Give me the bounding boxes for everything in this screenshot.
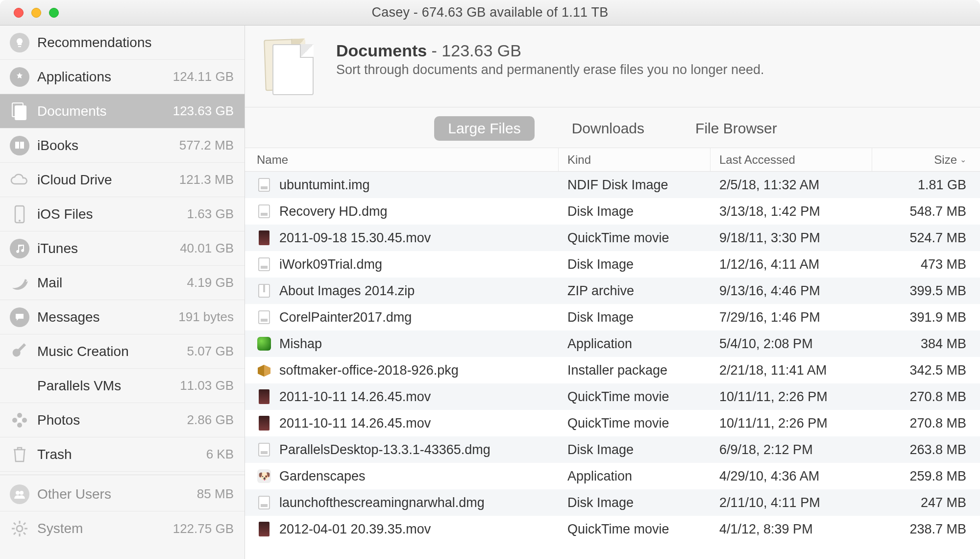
file-last-accessed: 10/11/11, 2:26 PM: [710, 389, 872, 405]
svg-rect-25: [261, 266, 268, 269]
file-icon: [257, 335, 271, 352]
sidebar-item-documents[interactable]: Documents 123.63 GB: [0, 94, 245, 128]
file-size: 391.9 MB: [872, 310, 980, 325]
trash-icon: [9, 444, 30, 465]
column-header-size[interactable]: Size⌄: [872, 148, 980, 171]
section-header: Documents - 123.63 GB Sort through docum…: [245, 25, 980, 107]
tab-file-browser[interactable]: File Browser: [682, 116, 791, 141]
music-icon: [9, 238, 30, 259]
svg-point-8: [18, 418, 22, 422]
table-row[interactable]: ubuntumint.img NDIF Disk Image 2/5/18, 1…: [245, 172, 980, 198]
section-subtitle: Sort through documents and permanently e…: [336, 62, 764, 77]
sidebar-item-itunes[interactable]: iTunes 40.01 GB: [0, 231, 245, 266]
file-icon: [257, 256, 271, 273]
sidebar-item-system[interactable]: System 122.75 GB: [0, 511, 245, 546]
table-row[interactable]: iWork09Trial.dmg Disk Image 1/12/16, 4:1…: [245, 251, 980, 278]
svg-rect-29: [261, 319, 268, 322]
sidebar-item-size: 2.86 GB: [187, 412, 234, 428]
sidebar-item-label: Trash: [37, 447, 199, 462]
sidebar-item-size: 124.11 GB: [173, 69, 234, 84]
column-header-last-accessed[interactable]: Last Accessed: [710, 148, 872, 171]
sidebar-item-other-users[interactable]: Other Users 85 MB: [0, 477, 245, 511]
column-header-name[interactable]: Name: [245, 148, 559, 171]
table-row[interactable]: 2011-10-11 14.26.45.mov QuickTime movie …: [245, 383, 980, 410]
none-icon: [9, 375, 30, 397]
svg-rect-23: [261, 213, 268, 216]
sidebar-item-label: Documents: [37, 103, 166, 119]
file-icon: [257, 441, 271, 458]
window-titlebar: Casey - 674.63 GB available of 1.11 TB: [0, 0, 980, 25]
file-last-accessed: 2/5/18, 11:32 AM: [710, 178, 872, 193]
svg-point-11: [17, 526, 23, 532]
file-kind: Disk Image: [559, 257, 710, 272]
sidebar-item-size: 121.3 MB: [179, 172, 234, 187]
sidebar-item-recommendations[interactable]: Recommendations: [0, 25, 245, 60]
file-kind: ZIP archive: [559, 283, 710, 299]
svg-rect-31: [261, 451, 268, 454]
file-kind: Disk Image: [559, 442, 710, 457]
tabs: Large FilesDownloadsFile Browser: [245, 107, 980, 148]
sidebar-item-mail[interactable]: Mail 4.19 GB: [0, 266, 245, 300]
guitar-icon: [9, 341, 30, 362]
sort-caret-icon: ⌄: [960, 155, 966, 164]
sidebar-item-label: Mail: [37, 275, 180, 291]
users-icon: [9, 483, 30, 505]
table-row[interactable]: Mishap Application 5/4/10, 2:08 PM 384 M…: [245, 330, 980, 357]
table-row[interactable]: ParallelsDesktop-13.3.1-43365.dmg Disk I…: [245, 436, 980, 463]
sidebar-item-label: Parallels VMs: [37, 378, 173, 394]
column-header-kind[interactable]: Kind: [559, 148, 710, 171]
file-size: 399.5 MB: [872, 283, 980, 299]
svg-rect-27: [263, 284, 265, 292]
sidebar-item-messages[interactable]: Messages 191 bytes: [0, 300, 245, 334]
file-size: 270.8 MB: [872, 416, 980, 431]
table-row[interactable]: 2011-09-18 15.30.45.mov QuickTime movie …: [245, 225, 980, 251]
sidebar-item-label: Photos: [37, 412, 180, 428]
file-kind: Installer package: [559, 363, 710, 378]
table-body: ubuntumint.img NDIF Disk Image 2/5/18, 1…: [245, 172, 980, 559]
sidebar-item-trash[interactable]: Trash 6 KB: [0, 437, 245, 472]
sidebar-item-applications[interactable]: Applications 124.11 GB: [0, 60, 245, 94]
file-kind: QuickTime movie: [559, 389, 710, 405]
flower-icon: [9, 409, 30, 431]
svg-rect-1: [15, 106, 26, 120]
svg-rect-20: [259, 178, 270, 191]
file-last-accessed: 2/11/10, 4:11 PM: [710, 495, 872, 510]
table-row[interactable]: About Images 2014.zip ZIP archive 9/13/1…: [245, 278, 980, 304]
sidebar-item-size: 4.19 GB: [187, 275, 234, 290]
file-kind: NDIF Disk Image: [559, 178, 710, 193]
table-row[interactable]: 2012-04-01 20.39.35.mov QuickTime movie …: [245, 516, 980, 542]
sidebar-item-photos[interactable]: Photos 2.86 GB: [0, 403, 245, 437]
tab-downloads[interactable]: Downloads: [558, 116, 658, 141]
main-panel: Documents - 123.63 GB Sort through docum…: [245, 25, 980, 559]
svg-point-3: [19, 220, 21, 222]
cloud-icon: [9, 169, 30, 191]
sidebar-item-parallels-vms[interactable]: Parallels VMs 11.03 GB: [0, 369, 245, 403]
table-row[interactable]: softmaker-office-2018-926.pkg Installer …: [245, 357, 980, 383]
svg-point-5: [17, 423, 22, 428]
sidebar-item-label: iTunes: [37, 241, 173, 256]
svg-rect-30: [259, 443, 270, 456]
file-last-accessed: 5/4/10, 2:08 PM: [710, 336, 872, 352]
file-size: 270.8 MB: [872, 389, 980, 405]
file-name: launchofthescreamingnarwhal.dmg: [279, 495, 485, 510]
sidebar-item-ios-files[interactable]: iOS Files 1.63 GB: [0, 197, 245, 231]
table-row[interactable]: Recovery HD.dmg Disk Image 3/13/18, 1:42…: [245, 198, 980, 225]
sidebar-item-size: 11.03 GB: [180, 378, 234, 393]
file-icon: [257, 388, 271, 405]
section-title: Documents - 123.63 GB: [336, 41, 764, 60]
file-size: 384 MB: [872, 336, 980, 352]
sidebar-item-music-creation[interactable]: Music Creation 5.07 GB: [0, 334, 245, 369]
table-row[interactable]: 🐶 Gardenscapes Application 4/29/10, 4:36…: [245, 463, 980, 489]
table-row[interactable]: CorelPainter2017.dmg Disk Image 7/29/16,…: [245, 304, 980, 330]
table-row[interactable]: 2011-10-11 14.26.45.mov QuickTime movie …: [245, 410, 980, 436]
sidebar-item-ibooks[interactable]: iBooks 577.2 MB: [0, 128, 245, 163]
phone-icon: [9, 203, 30, 225]
table-row[interactable]: launchofthescreamingnarwhal.dmg Disk Ima…: [245, 489, 980, 516]
sidebar-item-label: Music Creation: [37, 344, 180, 359]
file-name: Mishap: [279, 336, 322, 352]
sidebar-item-icloud-drive[interactable]: iCloud Drive 121.3 MB: [0, 163, 245, 197]
tab-large-files[interactable]: Large Files: [434, 116, 534, 141]
file-size: 548.7 MB: [872, 204, 980, 219]
table-header: Name Kind Last Accessed Size⌄: [245, 148, 980, 172]
svg-rect-24: [259, 258, 270, 271]
